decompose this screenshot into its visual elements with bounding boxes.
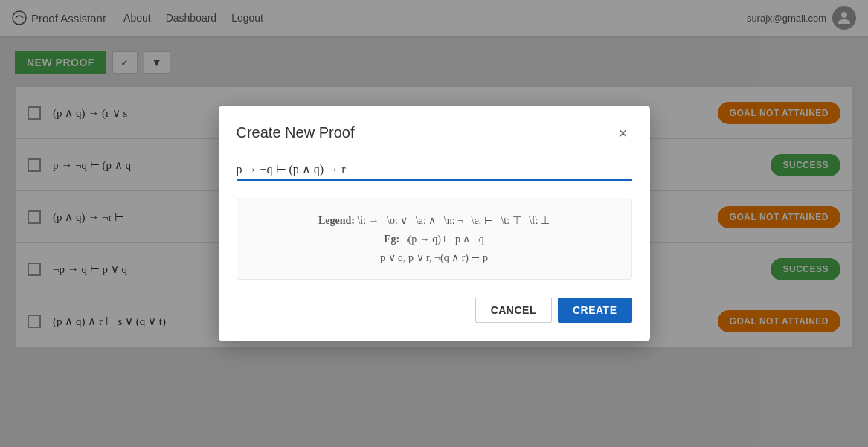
modal-title: Create New Proof xyxy=(237,124,355,141)
modal-footer: CANCEL CREATE xyxy=(237,298,632,323)
legend-eg2-text: p ∨ q, p ∨ r, ¬(q ∧ r) ⊢ p xyxy=(380,252,488,263)
modal-close-button[interactable]: × xyxy=(614,124,632,142)
modal-input-container xyxy=(237,160,632,181)
legend-text: Legend: \i: → \o: ∨ \a: ∧ \n: ¬ \e: ⊢ \t… xyxy=(252,211,617,230)
proof-input[interactable] xyxy=(237,160,632,181)
legend-label: Legend: \i: → \o: ∨ \a: ∧ \n: ¬ \e: ⊢ \t… xyxy=(318,215,550,226)
legend-eg: Eg: ¬(p → q) ⊢ p ∧ ¬q xyxy=(252,230,617,248)
cancel-button[interactable]: CANCEL xyxy=(475,298,552,323)
create-proof-modal: Create New Proof × Legend: \i: → \o: ∨ \… xyxy=(219,106,650,341)
modal-overlay[interactable]: Create New Proof × Legend: \i: → \o: ∨ \… xyxy=(0,0,868,447)
legend-box: Legend: \i: → \o: ∨ \a: ∧ \n: ¬ \e: ⊢ \t… xyxy=(237,199,632,280)
legend-eg2: p ∨ q, p ∨ r, ¬(q ∧ r) ⊢ p xyxy=(252,248,617,267)
create-button[interactable]: CREATE xyxy=(558,298,632,323)
legend-eg-label: Eg: ¬(p → q) ⊢ p ∧ ¬q xyxy=(384,234,484,245)
modal-header: Create New Proof × xyxy=(237,124,632,142)
